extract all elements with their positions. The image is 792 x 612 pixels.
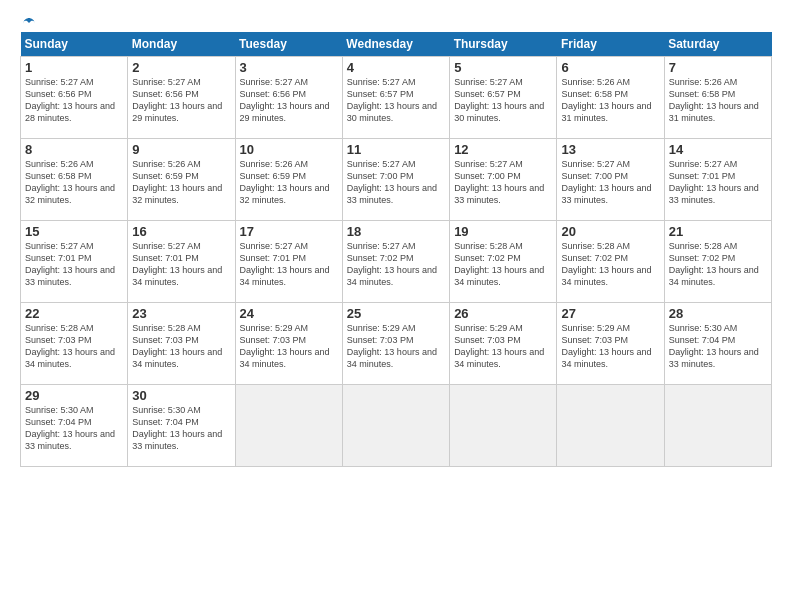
day-cell bbox=[342, 385, 449, 467]
col-sunday: Sunday bbox=[21, 32, 128, 57]
day-number: 12 bbox=[454, 142, 552, 157]
day-cell bbox=[450, 385, 557, 467]
day-number: 20 bbox=[561, 224, 659, 239]
day-info: Sunrise: 5:28 AMSunset: 7:02 PMDaylight:… bbox=[669, 241, 759, 287]
day-info: Sunrise: 5:27 AMSunset: 6:57 PMDaylight:… bbox=[347, 77, 437, 123]
day-cell: 20 Sunrise: 5:28 AMSunset: 7:02 PMDaylig… bbox=[557, 221, 664, 303]
day-cell: 10 Sunrise: 5:26 AMSunset: 6:59 PMDaylig… bbox=[235, 139, 342, 221]
day-cell: 1 Sunrise: 5:27 AMSunset: 6:56 PMDayligh… bbox=[21, 57, 128, 139]
day-number: 29 bbox=[25, 388, 123, 403]
day-info: Sunrise: 5:28 AMSunset: 7:02 PMDaylight:… bbox=[561, 241, 651, 287]
day-info: Sunrise: 5:27 AMSunset: 7:00 PMDaylight:… bbox=[561, 159, 651, 205]
header-row: Sunday Monday Tuesday Wednesday Thursday… bbox=[21, 32, 772, 57]
day-info: Sunrise: 5:27 AMSunset: 7:00 PMDaylight:… bbox=[347, 159, 437, 205]
week-row-3: 22 Sunrise: 5:28 AMSunset: 7:03 PMDaylig… bbox=[21, 303, 772, 385]
week-row-1: 8 Sunrise: 5:26 AMSunset: 6:58 PMDayligh… bbox=[21, 139, 772, 221]
day-cell: 9 Sunrise: 5:26 AMSunset: 6:59 PMDayligh… bbox=[128, 139, 235, 221]
day-info: Sunrise: 5:28 AMSunset: 7:03 PMDaylight:… bbox=[25, 323, 115, 369]
day-number: 7 bbox=[669, 60, 767, 75]
day-number: 22 bbox=[25, 306, 123, 321]
day-number: 30 bbox=[132, 388, 230, 403]
day-number: 16 bbox=[132, 224, 230, 239]
day-number: 25 bbox=[347, 306, 445, 321]
day-info: Sunrise: 5:27 AMSunset: 7:02 PMDaylight:… bbox=[347, 241, 437, 287]
day-cell bbox=[664, 385, 771, 467]
day-number: 28 bbox=[669, 306, 767, 321]
day-number: 10 bbox=[240, 142, 338, 157]
day-cell: 13 Sunrise: 5:27 AMSunset: 7:00 PMDaylig… bbox=[557, 139, 664, 221]
day-info: Sunrise: 5:26 AMSunset: 6:58 PMDaylight:… bbox=[669, 77, 759, 123]
week-row-2: 15 Sunrise: 5:27 AMSunset: 7:01 PMDaylig… bbox=[21, 221, 772, 303]
col-friday: Friday bbox=[557, 32, 664, 57]
logo-bird-icon bbox=[21, 16, 37, 32]
day-number: 4 bbox=[347, 60, 445, 75]
day-cell: 3 Sunrise: 5:27 AMSunset: 6:56 PMDayligh… bbox=[235, 57, 342, 139]
day-cell: 14 Sunrise: 5:27 AMSunset: 7:01 PMDaylig… bbox=[664, 139, 771, 221]
day-info: Sunrise: 5:27 AMSunset: 7:01 PMDaylight:… bbox=[132, 241, 222, 287]
day-number: 23 bbox=[132, 306, 230, 321]
day-cell: 2 Sunrise: 5:27 AMSunset: 6:56 PMDayligh… bbox=[128, 57, 235, 139]
week-row-4: 29 Sunrise: 5:30 AMSunset: 7:04 PMDaylig… bbox=[21, 385, 772, 467]
day-cell: 26 Sunrise: 5:29 AMSunset: 7:03 PMDaylig… bbox=[450, 303, 557, 385]
day-number: 9 bbox=[132, 142, 230, 157]
day-cell bbox=[557, 385, 664, 467]
day-cell: 7 Sunrise: 5:26 AMSunset: 6:58 PMDayligh… bbox=[664, 57, 771, 139]
day-cell: 24 Sunrise: 5:29 AMSunset: 7:03 PMDaylig… bbox=[235, 303, 342, 385]
day-info: Sunrise: 5:27 AMSunset: 6:56 PMDaylight:… bbox=[25, 77, 115, 123]
day-info: Sunrise: 5:29 AMSunset: 7:03 PMDaylight:… bbox=[454, 323, 544, 369]
day-number: 17 bbox=[240, 224, 338, 239]
day-cell: 22 Sunrise: 5:28 AMSunset: 7:03 PMDaylig… bbox=[21, 303, 128, 385]
day-info: Sunrise: 5:26 AMSunset: 6:59 PMDaylight:… bbox=[132, 159, 222, 205]
week-row-0: 1 Sunrise: 5:27 AMSunset: 6:56 PMDayligh… bbox=[21, 57, 772, 139]
day-cell: 18 Sunrise: 5:27 AMSunset: 7:02 PMDaylig… bbox=[342, 221, 449, 303]
day-cell: 17 Sunrise: 5:27 AMSunset: 7:01 PMDaylig… bbox=[235, 221, 342, 303]
day-cell: 23 Sunrise: 5:28 AMSunset: 7:03 PMDaylig… bbox=[128, 303, 235, 385]
day-info: Sunrise: 5:28 AMSunset: 7:03 PMDaylight:… bbox=[132, 323, 222, 369]
logo bbox=[20, 16, 38, 28]
day-info: Sunrise: 5:29 AMSunset: 7:03 PMDaylight:… bbox=[240, 323, 330, 369]
day-cell: 25 Sunrise: 5:29 AMSunset: 7:03 PMDaylig… bbox=[342, 303, 449, 385]
col-monday: Monday bbox=[128, 32, 235, 57]
day-number: 11 bbox=[347, 142, 445, 157]
day-info: Sunrise: 5:28 AMSunset: 7:02 PMDaylight:… bbox=[454, 241, 544, 287]
day-cell: 6 Sunrise: 5:26 AMSunset: 6:58 PMDayligh… bbox=[557, 57, 664, 139]
day-number: 1 bbox=[25, 60, 123, 75]
day-cell: 5 Sunrise: 5:27 AMSunset: 6:57 PMDayligh… bbox=[450, 57, 557, 139]
day-cell: 27 Sunrise: 5:29 AMSunset: 7:03 PMDaylig… bbox=[557, 303, 664, 385]
day-number: 2 bbox=[132, 60, 230, 75]
day-info: Sunrise: 5:26 AMSunset: 6:59 PMDaylight:… bbox=[240, 159, 330, 205]
day-number: 5 bbox=[454, 60, 552, 75]
col-wednesday: Wednesday bbox=[342, 32, 449, 57]
day-cell: 11 Sunrise: 5:27 AMSunset: 7:00 PMDaylig… bbox=[342, 139, 449, 221]
day-info: Sunrise: 5:30 AMSunset: 7:04 PMDaylight:… bbox=[132, 405, 222, 451]
day-number: 27 bbox=[561, 306, 659, 321]
day-cell: 28 Sunrise: 5:30 AMSunset: 7:04 PMDaylig… bbox=[664, 303, 771, 385]
day-number: 19 bbox=[454, 224, 552, 239]
day-info: Sunrise: 5:27 AMSunset: 7:00 PMDaylight:… bbox=[454, 159, 544, 205]
day-number: 18 bbox=[347, 224, 445, 239]
day-info: Sunrise: 5:30 AMSunset: 7:04 PMDaylight:… bbox=[669, 323, 759, 369]
day-info: Sunrise: 5:26 AMSunset: 6:58 PMDaylight:… bbox=[25, 159, 115, 205]
day-cell: 29 Sunrise: 5:30 AMSunset: 7:04 PMDaylig… bbox=[21, 385, 128, 467]
day-cell: 15 Sunrise: 5:27 AMSunset: 7:01 PMDaylig… bbox=[21, 221, 128, 303]
day-info: Sunrise: 5:27 AMSunset: 7:01 PMDaylight:… bbox=[25, 241, 115, 287]
day-info: Sunrise: 5:29 AMSunset: 7:03 PMDaylight:… bbox=[347, 323, 437, 369]
day-cell: 30 Sunrise: 5:30 AMSunset: 7:04 PMDaylig… bbox=[128, 385, 235, 467]
day-number: 3 bbox=[240, 60, 338, 75]
day-cell: 19 Sunrise: 5:28 AMSunset: 7:02 PMDaylig… bbox=[450, 221, 557, 303]
day-cell: 4 Sunrise: 5:27 AMSunset: 6:57 PMDayligh… bbox=[342, 57, 449, 139]
col-saturday: Saturday bbox=[664, 32, 771, 57]
day-info: Sunrise: 5:29 AMSunset: 7:03 PMDaylight:… bbox=[561, 323, 651, 369]
day-number: 21 bbox=[669, 224, 767, 239]
day-cell: 16 Sunrise: 5:27 AMSunset: 7:01 PMDaylig… bbox=[128, 221, 235, 303]
day-number: 26 bbox=[454, 306, 552, 321]
day-cell: 12 Sunrise: 5:27 AMSunset: 7:00 PMDaylig… bbox=[450, 139, 557, 221]
day-cell: 8 Sunrise: 5:26 AMSunset: 6:58 PMDayligh… bbox=[21, 139, 128, 221]
day-info: Sunrise: 5:27 AMSunset: 6:57 PMDaylight:… bbox=[454, 77, 544, 123]
calendar-table: Sunday Monday Tuesday Wednesday Thursday… bbox=[20, 32, 772, 467]
day-info: Sunrise: 5:27 AMSunset: 7:01 PMDaylight:… bbox=[669, 159, 759, 205]
day-info: Sunrise: 5:27 AMSunset: 6:56 PMDaylight:… bbox=[240, 77, 330, 123]
day-number: 6 bbox=[561, 60, 659, 75]
day-number: 24 bbox=[240, 306, 338, 321]
day-info: Sunrise: 5:27 AMSunset: 6:56 PMDaylight:… bbox=[132, 77, 222, 123]
